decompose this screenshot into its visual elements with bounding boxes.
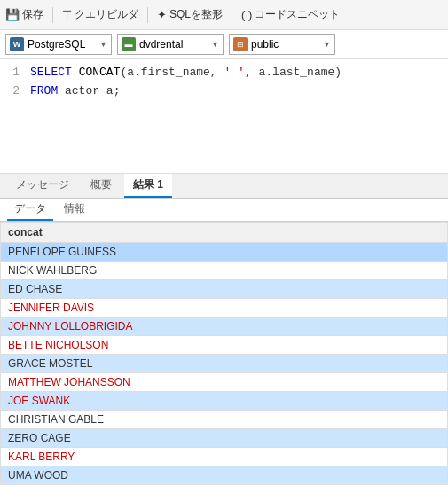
cell-concat: JENNIFER DAVIS [1,299,448,317]
chevron-down-icon-2: ▼ [211,40,219,49]
toolbar: 💾 保存 ⊤ クエリビルダ ✦ SQLを整形 ( ) コードスニペット [0,0,448,30]
table-row[interactable]: NICK WAHLBERG [1,262,448,280]
format-sql-button[interactable]: ✦ SQLを整形 [157,7,223,22]
column-header-concat: concat [1,223,448,243]
tab-info[interactable]: 情報 [57,199,92,221]
cell-concat: GRACE MOSTEL [1,355,448,373]
cell-concat: CHRISTIAN GABLE [1,411,448,429]
postgres-icon: W [10,37,24,51]
query-builder-label: クエリビルダ [75,7,138,22]
editor-line-1: 1 SELECT CONCAT(a.first_name, ' ', a.las… [7,64,441,82]
code-snippet-label: コードスニペット [255,7,340,22]
separator-1 [52,7,53,23]
schema-select[interactable]: ⊞ public ▼ [229,34,335,55]
chevron-down-icon: ▼ [99,40,107,49]
table-row[interactable]: JENNIFER DAVIS [1,299,448,317]
cell-concat: PENELOPE GUINESS [1,243,448,262]
save-icon: 💾 [5,8,20,21]
results-container[interactable]: concat PENELOPE GUINESSNICK WAHLBERGED C… [0,222,448,486]
cell-concat: NICK WAHLBERG [1,262,448,280]
table-row[interactable]: JOE SWANK [1,392,448,411]
format-sql-label: SQLを整形 [169,7,223,22]
format-sql-icon: ✦ [157,8,167,21]
code-snippet-icon: ( ) [241,8,252,21]
tab-summary[interactable]: 概要 [82,174,121,198]
query-builder-icon: ⊤ [62,8,72,21]
sql-editor[interactable]: 1 SELECT CONCAT(a.first_name, ' ', a.las… [0,59,448,174]
table-row[interactable]: MATTHEW JOHANSSON [1,373,448,392]
code-snippet-button[interactable]: ( ) コードスニペット [241,7,340,22]
cell-concat: ED CHASE [1,280,448,299]
table-row[interactable]: GRACE MOSTEL [1,355,448,373]
results-table: concat PENELOPE GUINESSNICK WAHLBERGED C… [0,222,448,485]
line-num-2: 2 [7,82,20,101]
line-num-1: 1 [7,64,20,82]
connection-bar: W PostgreSQL ▼ ▬ dvdrental ▼ ⊞ public ▼ [0,30,448,59]
tab-result-1[interactable]: 結果 1 [124,174,172,198]
cell-concat: BETTE NICHOLSON [1,336,448,355]
data-tabs: データ 情報 [0,199,448,222]
schema-label: public [251,38,279,51]
save-label: 保存 [22,7,43,22]
separator-3 [232,7,232,23]
separator-2 [147,7,148,23]
table-row[interactable]: PENELOPE GUINESS [1,243,448,262]
table-row[interactable]: KARL BERRY [1,448,448,466]
save-button[interactable]: 💾 保存 [5,7,43,22]
tab-data[interactable]: データ [7,199,53,221]
table-row[interactable]: JOHNNY LOLLOBRIGIDA [1,317,448,336]
tab-messages[interactable]: メッセージ [7,174,78,198]
cell-concat: MATTHEW JOHANSSON [1,373,448,392]
db-type-select[interactable]: W PostgreSQL ▼ [5,34,112,55]
table-row[interactable]: BETTE NICHOLSON [1,336,448,355]
table-row[interactable]: CHRISTIAN GABLE [1,411,448,429]
database-select[interactable]: ▬ dvdrental ▼ [117,34,224,55]
editor-line-2: 2 FROM actor a; [7,82,441,101]
database-label: dvdrental [139,38,183,51]
database-icon: ▬ [122,37,136,51]
line-content-1: SELECT CONCAT(a.first_name, ' ', a.last_… [30,64,342,82]
chevron-down-icon-3: ▼ [323,40,331,49]
table-row[interactable]: ED CHASE [1,280,448,299]
table-row[interactable]: UMA WOOD [1,466,448,485]
db-type-label: PostgreSQL [28,38,85,51]
line-content-2: FROM actor a; [30,82,120,101]
query-builder-button[interactable]: ⊤ クエリビルダ [62,7,138,22]
result-tabs: メッセージ 概要 結果 1 [0,174,448,199]
cell-concat: UMA WOOD [1,466,448,485]
schema-icon: ⊞ [233,37,248,51]
cell-concat: ZERO CAGE [1,429,448,448]
cell-concat: JOHNNY LOLLOBRIGIDA [1,317,448,336]
cell-concat: KARL BERRY [1,448,448,466]
cell-concat: JOE SWANK [1,392,448,411]
table-row[interactable]: ZERO CAGE [1,429,448,448]
